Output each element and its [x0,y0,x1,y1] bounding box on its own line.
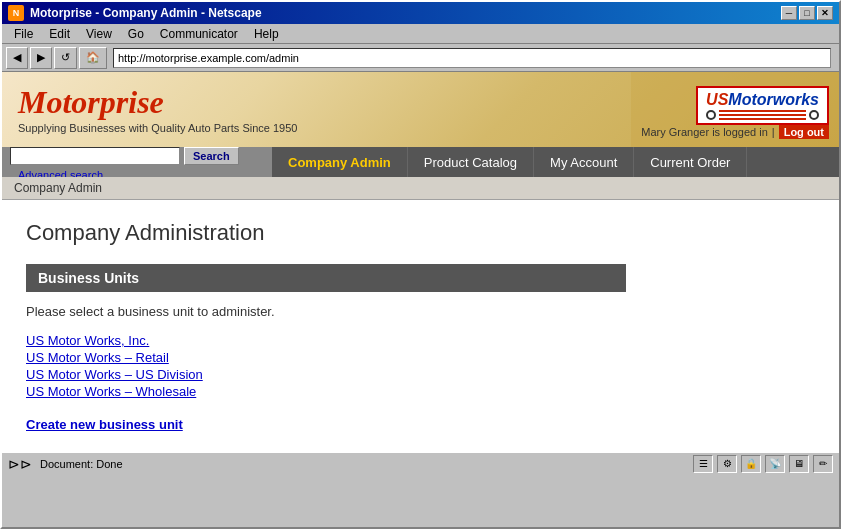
status-icon-5: 🖥 [789,455,809,473]
search-area: Search [2,147,272,165]
search-input[interactable] [10,147,180,165]
status-icon-6: ✏ [813,455,833,473]
menu-go[interactable]: Go [120,25,152,43]
address-bar[interactable] [113,48,831,68]
window-title: Motorprise - Company Admin - Netscape [30,6,262,20]
brand-line-1 [719,110,806,112]
section-header-label: Business Units [38,270,139,286]
business-unit-wholesale[interactable]: US Motor Works – Wholesale [26,384,815,399]
titlebar: N Motorprise - Company Admin - Netscape … [2,2,839,24]
page-title: Company Administration [26,220,815,246]
forward-button[interactable]: ▶ [30,47,52,69]
brand-line-2 [719,114,806,116]
window-controls: ─ □ ✕ [781,6,833,20]
brand-us-text: US [706,91,728,109]
menu-edit[interactable]: Edit [41,25,78,43]
status-icon-2: ⚙ [717,455,737,473]
brand-logo-box: US Motorworks [696,86,829,125]
business-unit-retail[interactable]: US Motor Works – Retail [26,350,815,365]
page-content: Company Administration Business Units Pl… [2,200,839,452]
separator: | [772,126,775,138]
brand-motorworks-text: Motorworks [728,91,819,109]
nav-current-order[interactable]: Current Order [634,147,747,177]
app-icon: N [8,5,24,21]
logo-area: Motorprise Supplying Businesses with Qua… [2,72,313,147]
site-logo: Motorprise [18,86,297,118]
search-button[interactable]: Search [184,147,239,165]
maximize-button[interactable]: □ [799,6,815,20]
menu-bar: File Edit View Go Communicator Help [2,24,839,44]
status-text: Document: Done [40,458,123,470]
menu-view[interactable]: View [78,25,120,43]
breadcrumb-text: Company Admin [14,181,102,195]
menu-file[interactable]: File [6,25,41,43]
home-button[interactable]: 🏠 [79,47,107,69]
status-icons: ☰ ⚙ 🔒 📡 🖥 ✏ [693,455,833,473]
browser-content: Motorprise Supplying Businesses with Qua… [2,72,839,452]
brand-logo-top: US Motorworks [706,91,819,109]
business-unit-inc[interactable]: US Motor Works, Inc. [26,333,815,348]
close-button[interactable]: ✕ [817,6,833,20]
breadcrumb: Company Admin [2,177,839,200]
titlebar-title: N Motorprise - Company Admin - Netscape [8,5,262,21]
brand-logo-bottom [706,110,819,120]
logout-button[interactable]: Log out [779,125,829,139]
brand-circle-right [809,110,819,120]
minimize-button[interactable]: ─ [781,6,797,20]
status-icon-3: 🔒 [741,455,761,473]
brand-circle-left [706,110,716,120]
browser-toolbar: ◀ ▶ ↺ 🏠 [2,44,839,72]
site-header: Motorprise Supplying Businesses with Qua… [2,72,839,147]
status-bar: ⊳⊳ Document: Done ☰ ⚙ 🔒 📡 🖥 ✏ [2,452,839,474]
nav-my-account[interactable]: My Account [534,147,634,177]
nav-product-catalog[interactable]: Product Catalog [408,147,534,177]
status-icon-1: ☰ [693,455,713,473]
nav-bar: Search Advanced search Company Admin Pro… [2,147,839,177]
logged-in-text: Mary Granger is logged in [641,126,768,138]
business-units-list: US Motor Works, Inc. US Motor Works – Re… [26,333,815,399]
brand-line-3 [719,118,806,120]
nav-company-admin[interactable]: Company Admin [272,147,408,177]
brand-area: US Motorworks Mary Granger is [631,72,839,147]
nav-links: Company Admin Product Catalog My Account… [272,147,839,177]
reload-button[interactable]: ↺ [54,47,77,69]
menu-help[interactable]: Help [246,25,287,43]
instruction-text: Please select a business unit to adminis… [26,304,815,319]
site-tagline: Supplying Businesses with Quality Auto P… [18,122,297,134]
section-header: Business Units [26,264,626,292]
business-unit-us-division[interactable]: US Motor Works – US Division [26,367,815,382]
back-button[interactable]: ◀ [6,47,28,69]
user-info: Mary Granger is logged in | Log out [641,125,829,139]
status-nav-icon: ⊳⊳ [8,456,32,472]
menu-communicator[interactable]: Communicator [152,25,246,43]
search-section: Search Advanced search [2,147,272,177]
status-icon-4: 📡 [765,455,785,473]
create-new-business-link[interactable]: Create new business unit [26,417,183,432]
